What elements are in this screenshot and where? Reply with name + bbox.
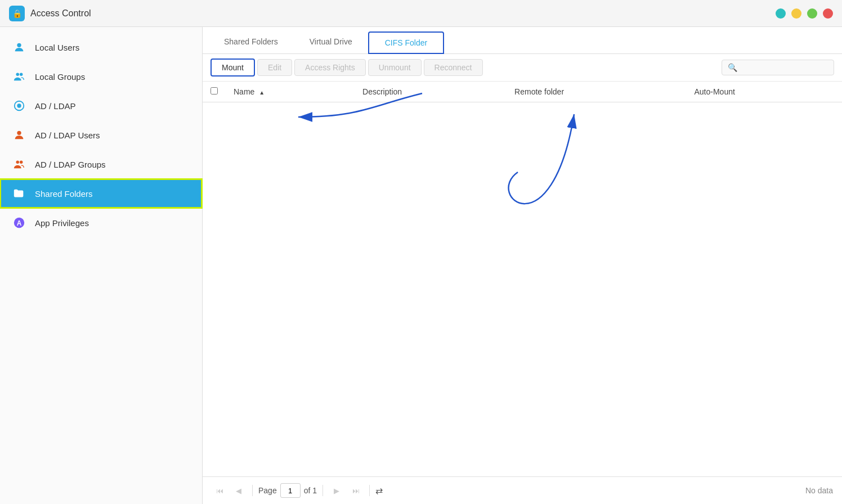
reconnect-button[interactable]: Reconnect (424, 59, 483, 76)
group-icon (11, 69, 27, 84)
tab-virtual-drive[interactable]: Virtual Drive (294, 32, 368, 54)
wc-teal-btn[interactable] (776, 8, 786, 19)
no-data-label: No data (805, 486, 833, 495)
svg-point-1 (16, 73, 20, 76)
svg-text:A: A (17, 219, 22, 227)
main-layout: Local Users Local Groups AD / LDAP AD / … (0, 27, 842, 504)
folder-icon (11, 186, 27, 201)
sidebar-item-ad-ldap[interactable]: AD / LDAP (0, 91, 202, 120)
prev-page-button[interactable]: ◀ (231, 483, 247, 498)
refresh-button[interactable]: ⇄ (375, 485, 383, 496)
pagination-bar: ⏮ ◀ Page of 1 ▶ ⏭ ⇄ No data (203, 476, 842, 504)
data-table: Name ▲ Description Remote folder Auto-Mo… (203, 82, 842, 102)
ldap-group-icon (11, 156, 27, 172)
last-page-button[interactable]: ⏭ (348, 483, 364, 498)
mount-button[interactable]: Mount (210, 58, 255, 76)
window-controls (776, 8, 833, 19)
edit-button[interactable]: Edit (257, 59, 292, 76)
search-input[interactable] (741, 64, 828, 72)
svg-point-5 (17, 131, 21, 135)
wc-red-btn[interactable] (823, 8, 833, 19)
svg-point-6 (16, 161, 20, 164)
tab-shared-folders[interactable]: Shared Folders (208, 32, 294, 54)
ldap-icon (11, 98, 27, 114)
sidebar-label-ad-ldap-users: AD / LDAP Users (35, 130, 100, 140)
col-checkbox (203, 82, 226, 102)
app-icon: 🔒 (9, 6, 25, 21)
tabs-bar: Shared Folders Virtual Drive CIFS Folder (203, 27, 842, 54)
access-rights-button[interactable]: Access Rights (294, 59, 366, 76)
sidebar-item-shared-folders[interactable]: Shared Folders (0, 179, 202, 208)
tab-cifs-folder[interactable]: CIFS Folder (368, 32, 444, 54)
col-name[interactable]: Name ▲ (226, 82, 355, 102)
toolbar: Mount Edit Access Rights Unmount Reconne… (203, 54, 842, 82)
first-page-button[interactable]: ⏮ (212, 483, 227, 498)
page-divider-refresh (369, 485, 370, 496)
page-divider-left (252, 485, 253, 496)
sidebar: Local Users Local Groups AD / LDAP AD / … (0, 27, 203, 504)
svg-point-7 (20, 161, 23, 164)
next-page-button[interactable]: ▶ (329, 483, 344, 498)
page-label: Page (258, 486, 277, 495)
wc-green-btn[interactable] (807, 8, 817, 19)
app-privileges-icon: A (11, 215, 27, 231)
sidebar-label-local-users: Local Users (35, 43, 79, 52)
sidebar-label-shared-folders: Shared Folders (35, 189, 93, 199)
search-box: 🔍 (722, 60, 834, 75)
sidebar-label-app-privileges: App Privileges (35, 218, 89, 228)
sidebar-item-ad-ldap-users[interactable]: AD / LDAP Users (0, 120, 202, 150)
sidebar-label-local-groups: Local Groups (35, 72, 85, 82)
page-divider-right (323, 485, 323, 496)
search-icon: 🔍 (728, 63, 737, 72)
ldap-user-icon (11, 127, 27, 143)
sort-arrow-name: ▲ (259, 89, 265, 96)
sidebar-item-ad-ldap-groups[interactable]: AD / LDAP Groups (0, 150, 202, 179)
user-icon (11, 39, 27, 55)
content-area: Shared Folders Virtual Drive CIFS Folder… (203, 27, 842, 504)
sidebar-item-local-groups[interactable]: Local Groups (0, 62, 202, 91)
col-auto-mount[interactable]: Auto-Mount (686, 82, 842, 102)
of-label: of 1 (304, 486, 317, 495)
svg-point-4 (17, 104, 21, 107)
sidebar-item-app-privileges[interactable]: A App Privileges (0, 208, 202, 237)
titlebar-left: 🔒 Access Control (9, 6, 91, 21)
select-all-checkbox[interactable] (210, 87, 218, 94)
svg-point-2 (20, 73, 23, 76)
unmount-button[interactable]: Unmount (368, 59, 422, 76)
titlebar: 🔒 Access Control (0, 0, 842, 27)
sidebar-item-local-users[interactable]: Local Users (0, 33, 202, 62)
page-input[interactable] (280, 483, 301, 498)
sidebar-label-ad-ldap: AD / LDAP (35, 101, 76, 111)
sidebar-label-ad-ldap-groups: AD / LDAP Groups (35, 160, 106, 169)
table-container: Name ▲ Description Remote folder Auto-Mo… (203, 82, 842, 476)
col-description[interactable]: Description (355, 82, 507, 102)
svg-point-0 (17, 43, 21, 47)
wc-yellow-btn[interactable] (791, 8, 801, 19)
app-title: Access Control (30, 8, 91, 19)
col-remote-folder[interactable]: Remote folder (507, 82, 686, 102)
